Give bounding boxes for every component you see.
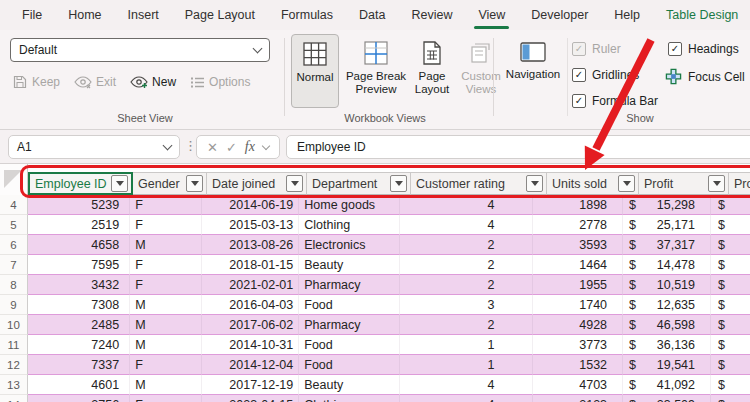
custom-views-button[interactable]: Custom Views [456,34,506,96]
cell-clipped[interactable]: $ [711,195,750,215]
tab-home[interactable]: Home [68,8,101,22]
cell-profit[interactable]: $ 19,541 [623,355,711,375]
cell-units-sold[interactable]: 3593 [533,235,623,255]
cell-gender[interactable]: F [130,255,202,275]
page-layout-button[interactable]: Page Layout [409,34,455,96]
cell-employee-id[interactable]: 4601 [28,375,130,395]
cell-profit[interactable]: $ 10,519 [623,275,711,295]
cell-department[interactable]: Home goods [299,195,400,215]
cell-department[interactable]: Beauty [299,255,400,275]
header-department[interactable]: Department [307,172,411,195]
row-number[interactable]: 14 [0,395,28,402]
cell-department[interactable]: Clothing [299,395,400,402]
cell-gender[interactable]: F [130,355,202,375]
insert-function-button[interactable]: fx [245,139,255,155]
cell-customer-rating[interactable]: 4 [400,195,533,215]
cell-date-joined[interactable]: 2014-06-19 [202,195,299,215]
cell-date-joined[interactable]: 2018-01-15 [202,255,299,275]
row-number[interactable]: 6 [0,235,28,255]
cell-date-joined[interactable]: 2021-02-01 [202,275,299,295]
row-number[interactable]: 9 [0,295,28,315]
filter-button[interactable] [111,175,128,192]
tab-page-layout[interactable]: Page Layout [185,8,255,22]
cell-date-joined[interactable]: 2017-06-02 [202,315,299,335]
ruler-checkbox[interactable]: ✓ Ruler [572,42,621,56]
cell-profit[interactable]: $ 15,298 [623,195,711,215]
tab-data[interactable]: Data [359,8,385,22]
cell-date-joined[interactable]: 2017-12-19 [202,375,299,395]
cell-customer-rating[interactable]: 2 [400,255,533,275]
sheet-view-dropdown[interactable]: Default [10,38,270,62]
cell-profit[interactable]: $ 14,478 [623,255,711,275]
cell-profit[interactable]: $ 41,092 [623,375,711,395]
tab-table-design[interactable]: Table Design [666,8,738,22]
filter-button[interactable] [708,175,725,192]
cell-customer-rating[interactable]: 4 [400,395,533,402]
cell-gender[interactable]: M [130,315,202,335]
cell-department[interactable]: Beauty [299,375,400,395]
cell-customer-rating[interactable]: 4 [400,215,533,235]
cell-employee-id[interactable]: 7240 [28,335,130,355]
options-button[interactable]: Options [190,75,250,89]
tab-formulas[interactable]: Formulas [281,8,333,22]
cell-clipped[interactable]: $ [711,375,750,395]
cell-customer-rating[interactable]: 1 [400,355,533,375]
cell-units-sold[interactable]: 3773 [533,335,623,355]
cell-profit[interactable]: $ 37,317 [623,235,711,255]
cell-clipped[interactable]: $ [711,395,750,402]
cell-customer-rating[interactable]: 4 [400,375,533,395]
cell-clipped[interactable]: $ [711,335,750,355]
tab-help[interactable]: Help [614,8,640,22]
enter-icon[interactable]: ✓ [226,140,237,155]
filter-button[interactable] [390,175,407,192]
tab-developer[interactable]: Developer [531,8,588,22]
navigation-button[interactable]: Navigation [502,34,564,81]
cell-date-joined[interactable]: 2014-10-31 [202,335,299,355]
cell-customer-rating[interactable]: 2 [400,235,533,255]
cell-units-sold[interactable]: 1464 [533,255,623,275]
cell-gender[interactable]: M [130,335,202,355]
formula-input[interactable]: Employee ID [286,135,750,159]
cancel-icon[interactable]: ✕ [207,140,218,155]
cell-employee-id[interactable]: 2756 [28,395,130,402]
cell-employee-id[interactable]: 7308 [28,295,130,315]
cell-clipped[interactable]: $ [711,235,750,255]
cell-employee-id[interactable]: 2485 [28,315,130,335]
row-number[interactable]: 11 [0,335,28,355]
cell-department[interactable]: Pharmacy [299,315,400,335]
cell-gender[interactable]: F [130,395,202,402]
filter-button[interactable] [286,175,303,192]
cell-clipped[interactable]: $ [711,295,750,315]
row-number[interactable]: 10 [0,315,28,335]
cell-gender[interactable]: M [130,375,202,395]
cell-employee-id[interactable]: 7337 [28,355,130,375]
row-number[interactable]: 7 [0,255,28,275]
cell-customer-rating[interactable]: 1 [400,335,533,355]
cell-department[interactable]: Food [299,355,400,375]
headings-checkbox[interactable]: ✓ Headings [668,42,739,56]
cell-gender[interactable]: M [130,235,202,255]
exit-button[interactable]: Exit [74,75,116,89]
cell-employee-id[interactable]: 5239 [28,195,130,215]
cell-units-sold[interactable]: 1532 [533,355,623,375]
focus-cell-button[interactable]: Focus Cell [665,68,745,85]
keep-button[interactable]: Keep [12,74,60,90]
cell-units-sold[interactable]: 1898 [533,195,623,215]
row-number[interactable]: 12 [0,355,28,375]
cell-department[interactable]: Clothing [299,215,400,235]
cell-department[interactable]: Food [299,295,400,315]
header-date-joined[interactable]: Date joined [207,172,307,195]
cell-date-joined[interactable]: 2023-04-15 [202,395,299,402]
cell-clipped[interactable]: $ [711,255,750,275]
cell-gender[interactable]: F [130,275,202,295]
cell-profit[interactable]: $ 25,171 [623,215,711,235]
cell-clipped[interactable]: $ [711,275,750,295]
header-units-sold[interactable]: Units sold [547,172,639,195]
page-break-preview-button[interactable]: Page Break Preview [344,34,408,96]
cell-date-joined[interactable]: 2014-12-04 [202,355,299,375]
cell-date-joined[interactable]: 2013-08-26 [202,235,299,255]
cell-profit[interactable]: $ 36,136 [623,335,711,355]
name-box[interactable]: A1 [8,135,180,159]
cell-customer-rating[interactable]: 2 [400,275,533,295]
cell-employee-id[interactable]: 4658 [28,235,130,255]
